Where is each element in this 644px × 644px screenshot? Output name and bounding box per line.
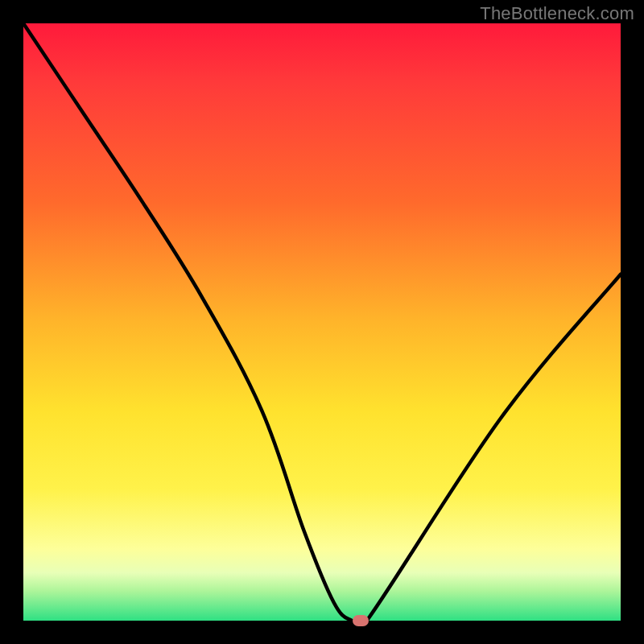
plot-area bbox=[23, 23, 621, 621]
curve-path bbox=[23, 23, 621, 621]
chart-frame: TheBottleneck.com bbox=[0, 0, 644, 644]
optimum-marker bbox=[353, 615, 369, 626]
watermark-text: TheBottleneck.com bbox=[480, 3, 634, 24]
bottleneck-curve bbox=[23, 23, 621, 621]
